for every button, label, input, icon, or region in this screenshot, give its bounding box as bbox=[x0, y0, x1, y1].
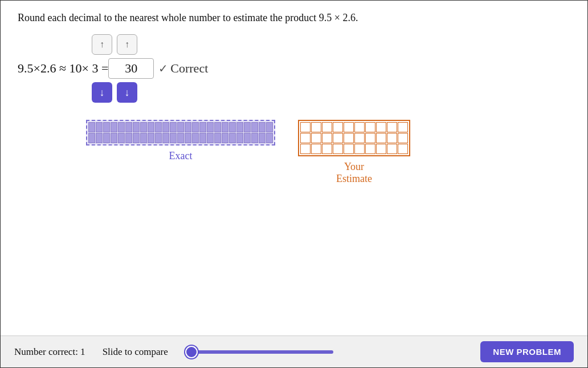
estimate-cell bbox=[344, 144, 354, 154]
exact-cell bbox=[88, 122, 95, 132]
estimate-cell bbox=[376, 144, 386, 154]
correct-feedback: ✓ Correct bbox=[158, 61, 208, 76]
exact-cell bbox=[140, 133, 147, 143]
exact-cell bbox=[199, 133, 206, 143]
exact-cell bbox=[251, 122, 258, 132]
exact-cell bbox=[125, 133, 132, 143]
exact-cell bbox=[148, 133, 154, 143]
exact-cell bbox=[155, 122, 162, 132]
exact-cell bbox=[266, 122, 273, 132]
estimate-cell bbox=[365, 133, 375, 143]
up-arrow-icon-2: ↑ bbox=[125, 39, 129, 50]
exact-label: Exact bbox=[169, 150, 193, 162]
exact-cell bbox=[125, 122, 132, 132]
exact-cell bbox=[162, 122, 169, 132]
exact-cell bbox=[155, 133, 162, 143]
exact-cell bbox=[214, 133, 221, 143]
estimate-cell bbox=[311, 144, 321, 154]
exact-cell bbox=[96, 133, 103, 143]
estimate-cell bbox=[322, 122, 332, 132]
estimate-cell bbox=[387, 144, 397, 154]
question-text: Round each decimal to the nearest whole … bbox=[18, 12, 570, 24]
exact-cell bbox=[207, 122, 214, 132]
estimate-cell bbox=[387, 133, 397, 143]
up-arrow-btn-1[interactable]: ↑ bbox=[92, 34, 112, 55]
down-arrow-btn-1[interactable]: ↓ bbox=[92, 82, 112, 103]
exact-cell bbox=[222, 122, 228, 132]
bottom-bar: Number correct: 1 Slide to compare NEW P… bbox=[1, 335, 587, 367]
exact-cell bbox=[229, 122, 236, 132]
estimate-grid bbox=[298, 120, 410, 156]
exact-cell bbox=[118, 133, 125, 143]
exact-cell bbox=[244, 122, 251, 132]
estimate-cell bbox=[322, 133, 332, 143]
down-arrow-btn-2[interactable]: ↓ bbox=[117, 82, 137, 103]
correct-word: Correct bbox=[170, 61, 208, 76]
estimate-cell bbox=[354, 133, 365, 143]
exact-cell bbox=[177, 122, 184, 132]
exact-cell bbox=[236, 122, 243, 132]
grids-area: Exact Your Estimate bbox=[86, 120, 570, 185]
exact-cell bbox=[133, 133, 140, 143]
estimate-cell bbox=[398, 122, 408, 132]
answer-input[interactable] bbox=[108, 58, 154, 79]
down-arrow-icon-1: ↓ bbox=[100, 87, 105, 99]
estimate-cell bbox=[333, 133, 343, 143]
exact-cell bbox=[214, 122, 221, 132]
estimate-cell bbox=[354, 122, 365, 132]
exact-grid-container: Exact bbox=[86, 120, 275, 162]
slider-wrapper[interactable] bbox=[185, 350, 333, 354]
estimate-cell bbox=[311, 122, 321, 132]
exact-cell bbox=[244, 133, 251, 143]
estimate-cell bbox=[322, 144, 332, 154]
down-arrow-icon-2: ↓ bbox=[125, 87, 130, 99]
estimate-cell bbox=[300, 144, 311, 154]
estimate-cell bbox=[376, 133, 386, 143]
slider-thumb[interactable] bbox=[185, 346, 198, 358]
exact-cell bbox=[111, 122, 117, 132]
exact-cell bbox=[148, 122, 154, 132]
estimate-cell bbox=[398, 144, 408, 154]
exact-cell bbox=[192, 133, 199, 143]
equation-text: 9.5×2.6 ≈ 10× 3 = bbox=[18, 61, 108, 76]
exact-cell bbox=[103, 122, 110, 132]
exact-cell bbox=[170, 133, 177, 143]
score-text: Number correct: 1 bbox=[14, 346, 85, 358]
new-problem-button[interactable]: NEW PROBLEM bbox=[480, 341, 574, 362]
exact-cell bbox=[251, 133, 258, 143]
estimate-label: Your Estimate bbox=[336, 161, 372, 185]
up-arrow-btn-2[interactable]: ↑ bbox=[117, 34, 137, 55]
exact-cell bbox=[207, 133, 214, 143]
estimate-cell bbox=[300, 122, 311, 132]
exact-cell bbox=[162, 133, 169, 143]
exact-cell bbox=[118, 122, 125, 132]
estimate-grid-container: Your Estimate bbox=[298, 120, 410, 185]
estimate-cell bbox=[333, 144, 343, 154]
exact-cell bbox=[103, 133, 110, 143]
exact-cell bbox=[96, 122, 103, 132]
exact-cell bbox=[259, 133, 266, 143]
exact-cell bbox=[88, 133, 95, 143]
estimate-cell bbox=[398, 133, 408, 143]
exact-cell bbox=[140, 122, 147, 132]
slide-label: Slide to compare bbox=[103, 346, 168, 358]
estimate-cell bbox=[376, 122, 386, 132]
estimate-cell bbox=[333, 122, 343, 132]
slider-track[interactable] bbox=[185, 350, 333, 354]
exact-cell bbox=[170, 122, 177, 132]
estimate-cell bbox=[311, 133, 321, 143]
exact-grid bbox=[86, 120, 275, 145]
estimate-cell bbox=[365, 144, 375, 154]
estimate-cell bbox=[354, 144, 365, 154]
exact-cell bbox=[229, 133, 236, 143]
exact-cell bbox=[111, 133, 117, 143]
estimate-cell bbox=[344, 122, 354, 132]
exact-cell bbox=[177, 133, 184, 143]
exact-cell bbox=[236, 133, 243, 143]
estimate-cell bbox=[300, 133, 311, 143]
exact-cell bbox=[266, 133, 273, 143]
checkmark-icon: ✓ bbox=[158, 62, 168, 75]
exact-cell bbox=[259, 122, 266, 132]
exact-cell bbox=[192, 122, 199, 132]
up-arrow-icon-1: ↑ bbox=[100, 39, 104, 50]
